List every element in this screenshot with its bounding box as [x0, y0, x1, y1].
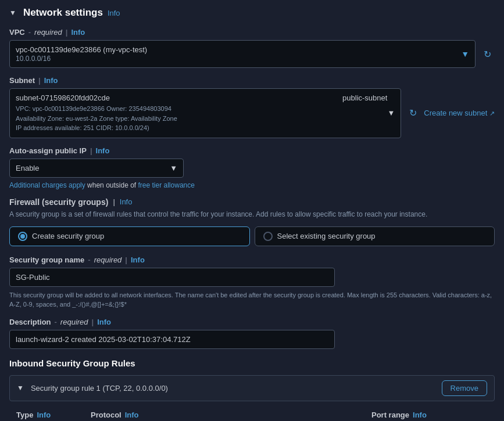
sg-name-hint: This security group will be added to all…	[9, 290, 495, 310]
external-link-icon	[489, 109, 495, 117]
free-tier-link[interactable]: free tier allowance	[138, 181, 195, 189]
vpc-value: vpc-0c001139de9e23866 (my-vpc-test)	[16, 45, 461, 54]
subnet-label: Subnet | Info	[9, 76, 495, 85]
sg-name-info-link[interactable]: Info	[131, 256, 145, 264]
subnet-ip-info: IP addresses available: 251 CIDR: 10.0.0…	[16, 123, 387, 133]
radio-dot-create	[20, 234, 25, 239]
create-security-group-radio[interactable]: Create security group	[9, 226, 250, 246]
col-port-range-label: Port range	[371, 411, 409, 419]
section-header: ▼ Network settings Info	[9, 7, 495, 19]
firewall-info-link[interactable]: Info	[120, 197, 133, 206]
inbound-rules-section: Inbound Security Group Rules ▼ Security …	[9, 358, 495, 422]
sg-name-input[interactable]	[9, 268, 335, 287]
inbound-rules-title: Inbound Security Group Rules	[9, 358, 495, 368]
radio-circle-create	[18, 232, 27, 241]
create-new-subnet-link[interactable]: Create new subnet	[424, 109, 495, 117]
subnet-field: Subnet | Info subnet-071598620fdd02cde p…	[9, 76, 495, 138]
description-field: Description - required | Info	[9, 318, 495, 349]
description-label: Description - required | Info	[9, 318, 495, 326]
auto-assign-ip-field: Auto-assign public IP | Info Enable Addi…	[9, 146, 495, 189]
security-group-options: Create security group Select existing se…	[9, 226, 495, 246]
firewall-description: A security group is a set of firewall ru…	[9, 209, 495, 220]
section-info-link[interactable]: Info	[108, 9, 120, 17]
security-group-name-field: Security group name - required | Info Th…	[9, 256, 495, 310]
remove-rule-button[interactable]: Remove	[442, 380, 487, 396]
firewall-section: Firewall (security groups) | Info A secu…	[9, 197, 495, 246]
additional-charges-link[interactable]: Additional charges apply	[9, 181, 85, 189]
subnet-zone-info: Availability Zone: eu-west-2a Zone type:…	[16, 114, 387, 124]
subnet-select[interactable]: subnet-071598620fdd02cde public-subnet V…	[9, 88, 401, 138]
charges-text: Additional charges apply when outside of…	[9, 181, 495, 189]
collapse-icon[interactable]: ▼	[9, 9, 16, 17]
firewall-header: Firewall (security groups) | Info	[9, 197, 495, 207]
subnet-refresh-icon	[409, 107, 417, 118]
sg-name-label: Security group name - required | Info	[9, 256, 495, 264]
subnet-vpc-info: VPC: vpc-0c001139de9e23866 Owner: 235494…	[16, 104, 387, 114]
vpc-label: VPC - required | Info	[9, 28, 495, 37]
subnet-id: subnet-071598620fdd02cde	[16, 93, 110, 102]
protocol-info-link[interactable]: Info	[125, 411, 139, 419]
vpc-refresh-button[interactable]	[480, 40, 495, 68]
description-input[interactable]	[9, 330, 335, 349]
vpc-dropdown-arrow	[461, 49, 469, 59]
type-info-link[interactable]: Info	[37, 411, 51, 419]
auto-assign-dropdown[interactable]: Enable	[9, 159, 184, 178]
auto-assign-arrow	[170, 164, 177, 172]
vpc-cidr: 10.0.0.0/16	[16, 55, 461, 63]
description-info-link[interactable]: Info	[97, 318, 111, 326]
subnet-refresh-button[interactable]	[406, 105, 420, 121]
subnet-dropdown-arrow	[387, 109, 395, 117]
col-type-label: Type	[16, 411, 33, 419]
rule-collapse-icon[interactable]: ▼	[17, 384, 24, 392]
vpc-select[interactable]: vpc-0c001139de9e23866 (my-vpc-test) 10.0…	[9, 40, 476, 68]
col-protocol-label: Protocol	[91, 411, 121, 419]
rule-1-header: ▼ Security group rule 1 (TCP, 22, 0.0.0.…	[9, 375, 495, 401]
rule-1-label: Security group rule 1 (TCP, 22, 0.0.0.0/…	[31, 384, 168, 393]
subnet-public-label: public-subnet	[342, 93, 387, 102]
vpc-info-link[interactable]: Info	[71, 28, 85, 37]
columns-header: Type Info Protocol Info Port range Info	[9, 406, 495, 422]
port-range-info-link[interactable]: Info	[413, 411, 427, 419]
radio-circle-select	[263, 232, 273, 241]
select-security-group-radio[interactable]: Select existing security group	[255, 226, 495, 246]
vpc-select-container: vpc-0c001139de9e23866 (my-vpc-test) 10.0…	[9, 40, 495, 68]
subnet-select-container: subnet-071598620fdd02cde public-subnet V…	[9, 88, 495, 138]
select-radio-label: Select existing security group	[277, 232, 376, 240]
section-title: Network settings	[23, 7, 103, 19]
refresh-icon	[484, 49, 491, 60]
auto-assign-label: Auto-assign public IP | Info	[9, 146, 495, 155]
firewall-title: Firewall (security groups)	[9, 197, 108, 207]
network-settings-section: ▼ Network settings Info VPC - required |…	[9, 7, 495, 421]
subnet-info-link[interactable]: Info	[44, 76, 58, 85]
vpc-field: VPC - required | Info vpc-0c001139de9e23…	[9, 28, 495, 68]
create-radio-label: Create security group	[32, 232, 104, 240]
auto-assign-info-link[interactable]: Info	[96, 146, 110, 155]
